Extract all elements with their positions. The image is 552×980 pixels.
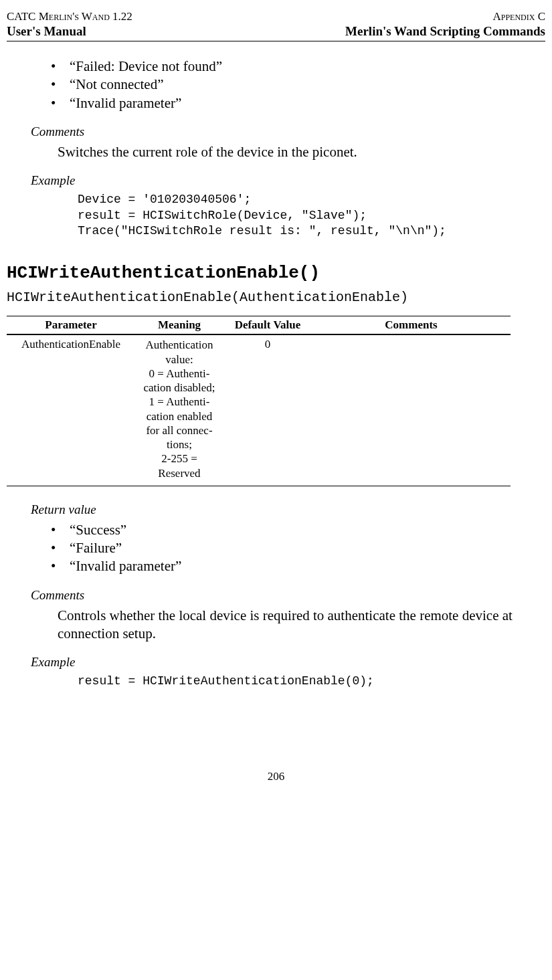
meaning-text: Authentica­tion value: 0 = Authenti­cati…: [139, 338, 219, 480]
list-item: “Success”: [70, 521, 528, 539]
example-label: Example: [31, 173, 528, 188]
return-value-label: Return value: [31, 502, 528, 517]
list-item: “Invalid parameter”: [70, 557, 528, 575]
cell-meaning: Authentica­tion value: 0 = Authenti­cati…: [135, 334, 223, 486]
header-divider: [7, 41, 545, 41]
table-header-parameter: Parameter: [7, 316, 135, 335]
function-signature: HCIWriteAuthenticationEnable(Authenticat…: [7, 290, 528, 305]
list-item: “Not connected”: [70, 76, 528, 94]
table-header-meaning: Meaning: [135, 316, 223, 335]
header-top-right: Appendix C: [492, 9, 545, 23]
list-item: “Failed: Device not found”: [70, 58, 528, 76]
example-code-2: result = HCIWriteAuthenticationEnable(0)…: [78, 674, 528, 689]
parameter-table: Parameter Meaning Default Value Comments…: [7, 316, 511, 486]
header-top-left: CATC Merlin's Wand 1.22: [7, 9, 132, 23]
example-code: Device = '010203040506'; result = HCISwi…: [78, 192, 528, 239]
table-header-comments: Comments: [312, 316, 511, 335]
cell-comments: [312, 334, 511, 486]
cell-parameter: AuthenticationEnable: [7, 334, 135, 486]
table-header-default: Default Value: [223, 316, 312, 335]
table-row: AuthenticationEnable Authentica­tion val…: [7, 334, 511, 486]
comments-text: Switches the current role of the device …: [58, 143, 528, 161]
function-title: HCIWriteAuthenticationEnable(): [7, 263, 528, 283]
example-label-2: Example: [31, 655, 528, 670]
return-value-list: “Success” “Failure” “Invalid parameter”: [24, 521, 528, 576]
header-sub-right: Merlin's Wand Scripting Commands: [345, 23, 545, 39]
list-item: “Failure”: [70, 539, 528, 557]
page-number: 206: [7, 770, 545, 783]
list-item: “Invalid parameter”: [70, 94, 528, 112]
comments-text-2: Controls whether the local device is req…: [58, 607, 528, 644]
header-sub-left: User's Manual: [7, 23, 86, 39]
cell-default: 0: [223, 334, 312, 486]
comments-label: Comments: [31, 124, 528, 139]
comments-label-2: Comments: [31, 588, 528, 603]
top-return-list: “Failed: Device not found” “Not connecte…: [24, 58, 528, 112]
